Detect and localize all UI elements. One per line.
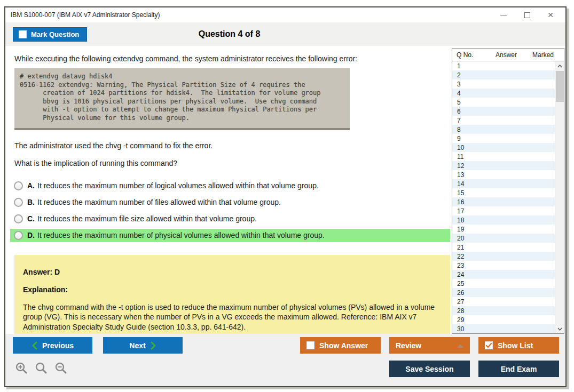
question-list-row[interactable]: 23	[452, 261, 555, 270]
row-q-no: 29	[452, 316, 484, 324]
question-list-row[interactable]: 26	[452, 288, 555, 297]
column-answer: Answer	[485, 51, 527, 59]
radio-button-a[interactable]	[14, 181, 23, 190]
row-q-no: 24	[452, 271, 484, 278]
magnifier-minus-icon	[54, 362, 68, 375]
footer-bar: Previous Next	[5, 334, 565, 386]
answer-label: Answer: D	[23, 268, 442, 276]
row-q-no: 13	[452, 171, 484, 179]
question-list-row[interactable]: 24	[452, 270, 555, 279]
row-q-no: 10	[452, 144, 484, 151]
question-list-row[interactable]: 17	[452, 206, 555, 215]
question-list-row[interactable]: 16	[452, 197, 555, 206]
nav-buttons: Previous Next	[13, 337, 183, 354]
scroll-up-button[interactable]	[555, 61, 564, 70]
question-list-row[interactable]: 29	[452, 315, 555, 324]
end-exam-button[interactable]: End Exam	[478, 361, 559, 377]
question-list-row[interactable]: 10	[452, 143, 555, 152]
radio-button-c[interactable]	[14, 214, 23, 223]
question-list-row[interactable]: 25	[452, 279, 555, 288]
show-list-button[interactable]: Show List	[478, 337, 559, 354]
content-area: While executing the following extendvg c…	[5, 46, 565, 334]
question-list-row[interactable]: 19	[452, 225, 555, 234]
row-q-no: 12	[452, 162, 484, 170]
question-list-row[interactable]: 14	[452, 179, 555, 188]
row-q-no: 11	[452, 153, 484, 161]
zoom-out-button[interactable]	[54, 362, 68, 375]
column-marked: Marked	[527, 51, 559, 59]
question-list-row[interactable]: 30	[452, 324, 555, 333]
scroll-down-button[interactable]	[555, 324, 564, 333]
question-prompt: What is the implication of running this …	[10, 159, 450, 167]
row-q-no: 30	[452, 325, 484, 333]
zoom-in-button[interactable]	[15, 362, 28, 375]
options-list: A. It reduces the maximum number of logi…	[10, 179, 450, 242]
question-list-row[interactable]: 13	[452, 170, 555, 179]
triangle-up-icon	[457, 344, 463, 348]
option-b[interactable]: B. It reduces the maximum number of file…	[10, 196, 450, 209]
option-d-text: It reduces the maximum number of physica…	[37, 231, 325, 239]
question-list-row[interactable]: 18	[452, 215, 555, 225]
option-a-text: It reduces the maximum number of logical…	[37, 181, 319, 190]
question-counter: Question 4 of 8	[5, 29, 453, 39]
column-q-no: Q No.	[452, 51, 485, 59]
question-list-row[interactable]: 4	[452, 89, 555, 98]
question-list-panel: Q No. Answer Marked 1 2 3	[452, 48, 564, 334]
review-button[interactable]: Review	[389, 337, 470, 354]
exam-window: IBM S1000-007 (IBM AIX v7 Administrator …	[4, 6, 567, 387]
question-list-scrollbar[interactable]	[555, 61, 564, 333]
question-list-row[interactable]: 21	[452, 243, 555, 252]
question-list-row[interactable]: 15	[452, 188, 555, 197]
option-d[interactable]: D. It reduces the maximum number of phys…	[10, 229, 450, 242]
maximize-button[interactable]	[515, 8, 539, 22]
row-q-no: 26	[452, 289, 484, 297]
question-list-row[interactable]: 2	[452, 70, 555, 79]
question-list-row[interactable]: 7	[452, 116, 555, 125]
question-list-row[interactable]: 28	[452, 306, 555, 315]
question-list-row[interactable]: 27	[452, 297, 555, 306]
title-bar: IBM S1000-007 (IBM AIX v7 Administrator …	[5, 7, 565, 22]
row-q-no: 22	[452, 253, 484, 260]
row-q-no: 27	[452, 298, 484, 306]
chevron-left-icon	[32, 341, 37, 350]
question-list-row[interactable]: 12	[452, 161, 555, 170]
question-area: While executing the following extendvg c…	[5, 46, 452, 334]
terminal-output-image: # extendvg datavg hdisk4 0516-1162 exten…	[14, 68, 350, 130]
option-d-letter: D.	[27, 231, 35, 239]
question-list-row[interactable]: 6	[452, 107, 555, 116]
question-list-rows: 1 2 3 4	[452, 61, 555, 333]
previous-label: Previous	[42, 341, 74, 350]
close-button[interactable]: ✕	[539, 8, 562, 22]
action-buttons: Show Answer Review Show List Save Sessio…	[300, 337, 559, 377]
minimize-button[interactable]	[492, 8, 515, 22]
magnifier-plus-icon	[15, 362, 28, 375]
option-a-letter: A.	[27, 181, 35, 190]
question-list-row[interactable]: 22	[452, 252, 555, 261]
question-list-row[interactable]: 5	[452, 98, 555, 107]
row-q-no: 1	[452, 62, 484, 70]
option-a[interactable]: A. It reduces the maximum number of logi…	[10, 179, 450, 193]
zoom-tools	[15, 362, 68, 375]
close-icon: ✕	[547, 11, 554, 19]
option-b-text: It reduces the maximum number of files a…	[37, 198, 281, 206]
radio-button-d[interactable]	[14, 231, 23, 240]
question-list-row[interactable]: 3	[452, 79, 555, 89]
next-button[interactable]: Next	[103, 337, 183, 354]
question-list-row[interactable]: 9	[452, 134, 555, 143]
window-title: IBM S1000-007 (IBM AIX v7 Administrator …	[5, 11, 492, 19]
row-q-no: 9	[452, 135, 484, 142]
row-q-no: 17	[452, 207, 484, 215]
window-controls: ✕	[492, 8, 562, 22]
row-q-no: 8	[452, 126, 484, 133]
question-list-row[interactable]: 20	[452, 234, 555, 243]
save-session-button[interactable]: Save Session	[389, 361, 470, 377]
question-list-row[interactable]: 8	[452, 125, 555, 134]
scroll-thumb[interactable]	[556, 71, 564, 102]
previous-button[interactable]: Previous	[13, 337, 92, 354]
question-list-row[interactable]: 1	[452, 61, 555, 70]
zoom-reset-button[interactable]	[35, 362, 48, 375]
question-list-row[interactable]: 11	[452, 152, 555, 161]
option-c[interactable]: C. It reduces the maximum file size allo…	[10, 212, 450, 226]
show-answer-button[interactable]: Show Answer	[300, 337, 381, 354]
radio-button-b[interactable]	[14, 198, 23, 207]
